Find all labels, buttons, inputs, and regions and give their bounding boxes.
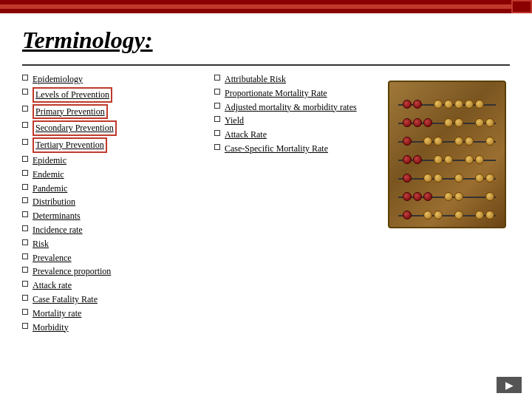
abacus-image	[388, 81, 506, 228]
left-list-item: Prevalence	[22, 252, 200, 265]
list-item-text: Endemic	[33, 168, 64, 181]
abacus-bead	[413, 192, 422, 201]
list-item-text: Epidemic	[33, 154, 66, 167]
abacus-bead	[423, 118, 432, 127]
right-list: Attributable RiskProportionate Mortality…	[214, 73, 377, 155]
left-list-item: Morbidity	[22, 321, 200, 334]
abacus-bead	[475, 174, 484, 183]
abacus-bead	[434, 211, 443, 219]
next-button[interactable]	[497, 377, 522, 393]
abacus-bead	[403, 100, 412, 109]
abacus-bead	[454, 137, 463, 146]
left-column: EpidemiologyLevels of Prevention Primary…	[22, 73, 200, 335]
abacus-bead	[485, 211, 494, 219]
list-item-text: Attack Rate	[225, 129, 267, 141]
abacus-bead	[485, 137, 494, 146]
list-bullet	[22, 197, 28, 203]
abacus-bead	[434, 100, 443, 109]
list-item-text: Levels of Prevention	[33, 87, 112, 103]
middle-column: Attributable RiskProportionate Mortality…	[207, 73, 377, 335]
right-list-item: Attributable Risk	[214, 73, 377, 86]
content-area: EpidemiologyLevels of Prevention Primary…	[0, 73, 532, 335]
abacus-bead	[403, 211, 412, 219]
left-list-item: Prevalence proportion	[22, 265, 200, 278]
list-bullet	[22, 170, 28, 176]
page-title: Terminology:	[22, 27, 510, 54]
abacus-bead	[475, 100, 484, 109]
abacus-bead	[485, 192, 494, 201]
abacus-bead	[454, 174, 463, 183]
list-item-text: Incidence rate	[33, 224, 83, 236]
abacus-bead	[403, 192, 412, 201]
list-bullet	[22, 267, 28, 273]
list-bullet	[22, 309, 28, 315]
abacus-bead	[434, 137, 443, 146]
abacus-bead	[403, 118, 412, 127]
list-bullet	[214, 130, 220, 136]
list-item-text: Case-Specific Mortality Rate	[225, 143, 328, 155]
abacus-bead	[434, 155, 443, 164]
list-item-text: Case Fatality Rate	[33, 293, 98, 306]
list-bullet	[22, 122, 28, 128]
right-list-item: Attack Rate	[214, 129, 377, 141]
abacus-bead	[423, 192, 432, 201]
left-list-item: Distribution	[22, 196, 200, 208]
list-item-text: Pandemic	[33, 183, 67, 195]
list-bullet	[22, 281, 28, 287]
abacus-bead	[423, 174, 432, 183]
list-bullet	[214, 144, 220, 150]
abacus-bead	[454, 118, 463, 127]
list-bullet	[22, 295, 28, 301]
left-list-item: Risk	[22, 238, 200, 250]
abacus-bead	[423, 211, 432, 219]
abacus-bead	[465, 100, 474, 109]
left-list-item: Case Fatality Rate	[22, 293, 200, 306]
list-item-text: Prevalence	[33, 252, 72, 265]
abacus-bead	[444, 118, 453, 127]
top-bar	[0, 0, 532, 13]
left-list-item: Mortality rate	[22, 307, 200, 320]
title-area: Terminology:	[0, 13, 532, 60]
list-item-text: Primary Prevention	[33, 104, 108, 120]
list-item-text: Epidemiology	[33, 73, 83, 86]
abacus-bead	[444, 100, 453, 109]
list-bullet	[214, 103, 220, 109]
list-item-text: Risk	[33, 238, 49, 250]
left-list-item: Determinants	[22, 210, 200, 222]
left-list-item: Endemic	[22, 168, 200, 181]
list-item-text: Secondary Prevention	[33, 120, 117, 136]
abacus-bead	[475, 118, 484, 127]
list-bullet	[22, 156, 28, 162]
left-list-item: Incidence rate	[22, 224, 200, 236]
list-bullet	[22, 89, 28, 95]
left-list-item: Epidemiology	[22, 73, 200, 86]
abacus-bead	[423, 137, 432, 146]
list-item-text: Mortality rate	[33, 307, 81, 320]
list-bullet	[22, 323, 28, 329]
abacus-bead	[465, 137, 474, 146]
right-list-item: Case-Specific Mortality Rate	[214, 143, 377, 155]
abacus-bead	[434, 174, 443, 183]
left-list-item: Pandemic	[22, 183, 200, 195]
title-divider	[22, 64, 510, 66]
abacus-bead	[454, 211, 463, 219]
abacus-rod-3	[398, 141, 496, 143]
abacus-bead	[485, 118, 494, 127]
list-item-text: Distribution	[33, 196, 75, 208]
abacus-bead	[485, 174, 494, 183]
list-item-text: Yield	[225, 115, 244, 127]
abacus-bead	[465, 155, 474, 164]
list-item-text: Adjusted mortality & morbidity rates	[225, 101, 357, 114]
abacus-bead	[475, 155, 484, 164]
list-bullet	[22, 139, 28, 145]
abacus-bead	[475, 211, 484, 219]
list-bullet	[22, 239, 28, 245]
top-bar-accent	[0, 4, 532, 9]
list-item-text: Tertiary Prevention	[33, 137, 107, 153]
abacus-bead	[444, 192, 453, 201]
left-list: EpidemiologyLevels of Prevention Primary…	[22, 73, 200, 333]
abacus-bead	[403, 155, 412, 164]
abacus-bead	[454, 192, 463, 201]
list-bullet	[22, 225, 28, 231]
left-list-item: Levels of Prevention	[22, 87, 200, 103]
